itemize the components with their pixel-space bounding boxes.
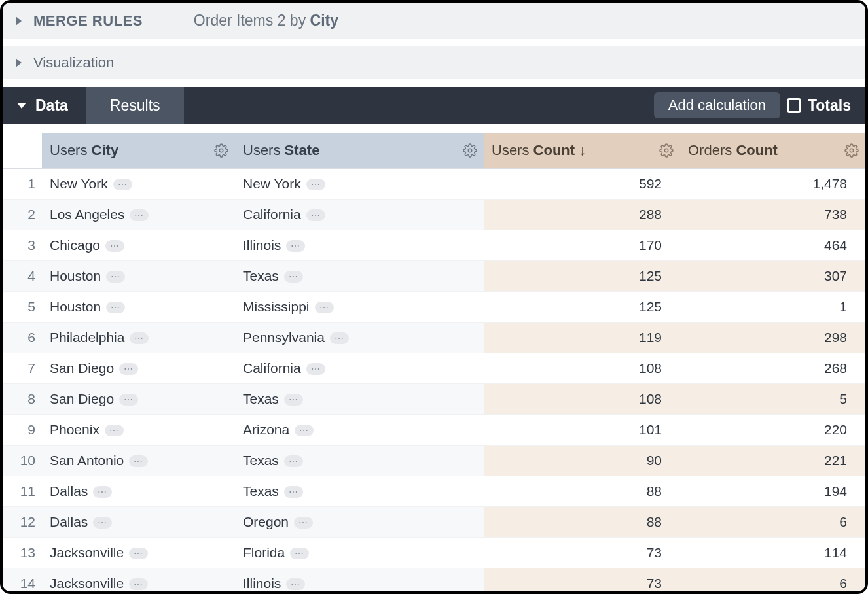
cell-city[interactable]: Philadelphia⋯ (42, 323, 235, 353)
tab-data[interactable]: Data (3, 87, 86, 124)
cell-state[interactable]: Pennsylvania⋯ (235, 323, 484, 353)
cell-orders-count[interactable]: 220 (680, 415, 865, 446)
cell-city[interactable]: Houston⋯ (42, 292, 235, 323)
ellipsis-icon[interactable]: ⋯ (119, 363, 138, 375)
ellipsis-icon[interactable]: ⋯ (306, 179, 325, 190)
cell-city[interactable]: Dallas⋯ (42, 507, 235, 538)
ellipsis-icon[interactable]: ⋯ (284, 455, 303, 467)
cell-users-count[interactable]: 88 (484, 476, 680, 507)
cell-users-count[interactable]: 88 (484, 507, 680, 538)
cell-state[interactable]: Mississippi⋯ (235, 292, 484, 323)
cell-state[interactable]: Illinois⋯ (235, 568, 484, 592)
cell-state[interactable]: Texas⋯ (235, 446, 484, 476)
column-header-users-count[interactable]: Users Count ↓ (484, 133, 680, 169)
gear-icon[interactable] (659, 143, 674, 158)
cell-orders-count[interactable]: 1 (680, 292, 865, 323)
ellipsis-icon[interactable]: ⋯ (106, 302, 125, 313)
ellipsis-icon[interactable]: ⋯ (129, 578, 148, 590)
cell-state[interactable]: California⋯ (235, 353, 484, 384)
gear-icon[interactable] (844, 143, 859, 158)
ellipsis-icon[interactable]: ⋯ (113, 179, 132, 190)
cell-orders-count[interactable]: 6 (680, 507, 865, 538)
ellipsis-icon[interactable]: ⋯ (130, 209, 149, 221)
ellipsis-icon[interactable]: ⋯ (93, 517, 112, 529)
cell-state[interactable]: Oregon⋯ (235, 507, 484, 538)
cell-orders-count[interactable]: 5 (680, 384, 865, 415)
column-header-users-city[interactable]: Users City (42, 133, 235, 169)
cell-users-count[interactable]: 73 (484, 568, 680, 592)
gear-icon[interactable] (214, 143, 228, 158)
cell-state[interactable]: Texas⋯ (235, 384, 484, 415)
cell-state[interactable]: Texas⋯ (235, 476, 484, 507)
ellipsis-icon[interactable]: ⋯ (105, 240, 124, 252)
ellipsis-icon[interactable]: ⋯ (295, 425, 314, 436)
ellipsis-icon[interactable]: ⋯ (284, 394, 303, 406)
visualization-section[interactable]: Visualization (3, 46, 865, 79)
ellipsis-icon[interactable]: ⋯ (105, 425, 124, 436)
ellipsis-icon[interactable]: ⋯ (284, 271, 303, 283)
ellipsis-icon[interactable]: ⋯ (306, 209, 325, 221)
ellipsis-icon[interactable]: ⋯ (129, 548, 148, 559)
ellipsis-icon[interactable]: ⋯ (130, 332, 149, 344)
column-header-users-state[interactable]: Users State (235, 133, 484, 169)
ellipsis-icon[interactable]: ⋯ (93, 486, 112, 498)
cell-users-count[interactable]: 125 (484, 261, 680, 292)
cell-users-count[interactable]: 125 (484, 292, 680, 323)
tab-results[interactable]: Results (86, 87, 184, 124)
cell-users-count[interactable]: 101 (484, 415, 680, 446)
cell-orders-count[interactable]: 1,478 (680, 169, 865, 200)
cell-city[interactable]: Houston⋯ (42, 261, 235, 292)
cell-state[interactable]: Illinois⋯ (235, 230, 484, 261)
merge-rules-section[interactable]: MERGE RULES Order Items 2 by City (3, 3, 865, 39)
ellipsis-icon[interactable]: ⋯ (330, 332, 349, 344)
cell-orders-count[interactable]: 114 (680, 538, 865, 568)
cell-state[interactable]: Texas⋯ (235, 261, 484, 292)
cell-users-count[interactable]: 170 (484, 230, 680, 261)
cell-users-count[interactable]: 119 (484, 323, 680, 353)
cell-users-count[interactable]: 108 (484, 384, 680, 415)
ellipsis-icon[interactable]: ⋯ (294, 517, 313, 529)
cell-orders-count[interactable]: 268 (680, 353, 865, 384)
cell-city[interactable]: Jacksonville⋯ (42, 568, 235, 592)
cell-city[interactable]: Jacksonville⋯ (42, 538, 235, 568)
ellipsis-icon[interactable]: ⋯ (286, 240, 305, 252)
cell-city[interactable]: Phoenix⋯ (42, 415, 235, 446)
cell-orders-count[interactable]: 6 (680, 568, 865, 592)
cell-city[interactable]: Los Angeles⋯ (42, 200, 235, 230)
ellipsis-icon[interactable]: ⋯ (315, 302, 334, 313)
ellipsis-icon[interactable]: ⋯ (284, 486, 303, 498)
cell-users-count[interactable]: 288 (484, 200, 680, 230)
totals-toggle[interactable]: Totals (787, 87, 865, 124)
cell-city[interactable]: San Diego⋯ (42, 353, 235, 384)
cell-state[interactable]: California⋯ (235, 200, 484, 230)
cell-orders-count[interactable]: 298 (680, 323, 865, 353)
add-calculation-button[interactable]: Add calculation (654, 92, 780, 118)
cell-city[interactable]: San Antonio⋯ (42, 446, 235, 476)
cell-city[interactable]: New York⋯ (42, 169, 235, 200)
cell-city[interactable]: San Diego⋯ (42, 384, 235, 415)
column-header-orders-count[interactable]: Orders Count (680, 133, 865, 169)
cell-orders-count[interactable]: 221 (680, 446, 865, 476)
ellipsis-icon[interactable]: ⋯ (286, 578, 305, 590)
ellipsis-icon[interactable]: ⋯ (290, 548, 309, 559)
totals-checkbox[interactable] (787, 98, 801, 113)
cell-orders-count[interactable]: 464 (680, 230, 865, 261)
cell-city[interactable]: Dallas⋯ (42, 476, 235, 507)
cell-orders-count[interactable]: 738 (680, 200, 865, 230)
ellipsis-icon[interactable]: ⋯ (306, 363, 325, 375)
cell-orders-count[interactable]: 194 (680, 476, 865, 507)
cell-city[interactable]: Chicago⋯ (42, 230, 235, 261)
cell-users-count[interactable]: 592 (484, 169, 680, 200)
row-number: 8 (3, 384, 42, 415)
cell-users-count[interactable]: 90 (484, 446, 680, 476)
ellipsis-icon[interactable]: ⋯ (106, 271, 125, 283)
ellipsis-icon[interactable]: ⋯ (129, 455, 148, 467)
cell-users-count[interactable]: 73 (484, 538, 680, 568)
cell-state[interactable]: Arizona⋯ (235, 415, 484, 446)
cell-state[interactable]: New York⋯ (235, 169, 484, 200)
cell-orders-count[interactable]: 307 (680, 261, 865, 292)
ellipsis-icon[interactable]: ⋯ (119, 394, 138, 406)
gear-icon[interactable] (463, 143, 477, 158)
cell-users-count[interactable]: 108 (484, 353, 680, 384)
cell-state[interactable]: Florida⋯ (235, 538, 484, 568)
